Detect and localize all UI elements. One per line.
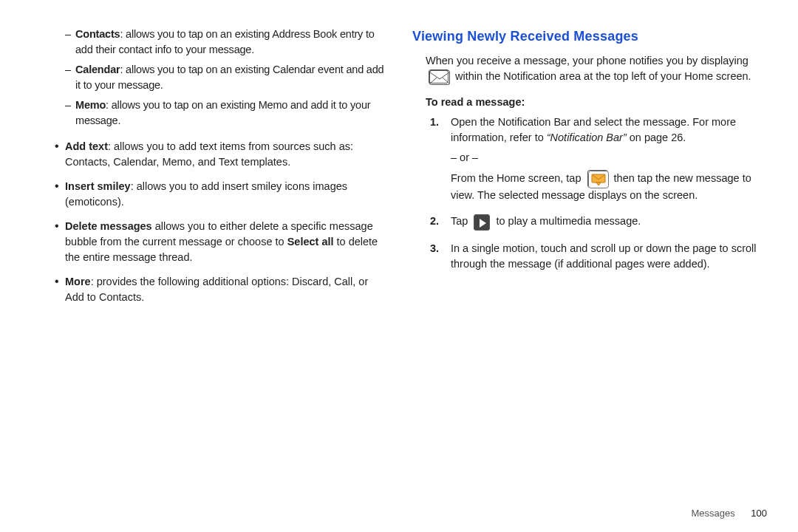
bullet-list: Add text: allows you to add text items f… <box>31 139 386 305</box>
term-more: More <box>65 276 91 287</box>
envelope-icon <box>429 69 449 84</box>
text: : provides the following additional opti… <box>65 276 368 303</box>
step-number: 3. <box>430 241 439 256</box>
message-app-icon <box>587 170 608 188</box>
text: : allows you to tap on an existing Calen… <box>75 64 383 91</box>
list-item: Add text: allows you to add text items f… <box>31 139 386 170</box>
step-1: 1. Open the Notification Bar and select … <box>412 115 767 203</box>
list-item: Calendar: allows you to tap on an existi… <box>31 62 386 93</box>
dash-list: Contacts: allows you to tap on an existi… <box>31 27 386 129</box>
play-icon <box>474 214 490 231</box>
list-item: Delete messages allows you to either del… <box>31 219 386 265</box>
left-column: Contacts: allows you to tap on an existi… <box>31 27 386 314</box>
footer-section: Messages <box>691 508 734 519</box>
manual-page: Contacts: allows you to tap on an existi… <box>0 0 798 532</box>
step2-text-b: to play a multimedia message. <box>496 215 641 227</box>
term-calendar: Calendar <box>75 64 120 75</box>
text: : allows you to tap on an existing Memo … <box>75 99 370 126</box>
step2-text-a: Tap <box>451 215 471 227</box>
step1-text-b: on page 26. <box>630 132 686 143</box>
svg-rect-0 <box>430 71 450 85</box>
cross-reference: “Notification Bar” <box>547 132 627 143</box>
intro-post: within the Notification area at the top … <box>455 70 751 82</box>
list-item: Contacts: allows you to tap on an existi… <box>31 27 386 58</box>
right-column: Viewing Newly Received Messages When you… <box>412 27 767 314</box>
two-column-layout: Contacts: allows you to tap on an existi… <box>31 27 767 314</box>
term-memo: Memo <box>75 99 106 111</box>
term-delete-messages: Delete messages <box>65 220 152 232</box>
step1-text-c: From the Home screen, tap <box>451 172 584 184</box>
section-heading: Viewing Newly Received Messages <box>412 27 767 46</box>
step3-text: In a single motion, touch and scroll up … <box>451 242 757 270</box>
text: : allows you to tap on an existing Addre… <box>75 28 375 55</box>
term-add-text: Add text <box>65 140 108 152</box>
sub-heading: To read a message: <box>412 95 767 110</box>
term-insert-smiley: Insert smiley <box>65 180 131 192</box>
term-select-all: Select all <box>287 236 334 248</box>
page-number: 100 <box>751 508 767 519</box>
page-footer: Messages 100 <box>691 508 767 519</box>
step-number: 1. <box>430 115 439 130</box>
step-2: 2. Tap to play a multimedia message. <box>412 214 767 230</box>
numbered-steps: 1. Open the Notification Bar and select … <box>412 115 767 271</box>
term-contacts: Contacts <box>75 28 120 40</box>
step-3: 3. In a single motion, touch and scroll … <box>412 241 767 272</box>
intro-paragraph: When you receive a message, your phone n… <box>412 53 767 84</box>
step-number: 2. <box>430 214 439 229</box>
or-separator: – or – <box>451 150 767 166</box>
list-item: More: provides the following additional … <box>31 274 386 305</box>
text: : allows you to add text items from sour… <box>65 140 353 168</box>
list-item: Memo: allows you to tap on an existing M… <box>31 98 386 129</box>
intro-pre: When you receive a message, your phone n… <box>426 55 748 66</box>
list-item: Insert smiley: allows you to add insert … <box>31 179 386 210</box>
